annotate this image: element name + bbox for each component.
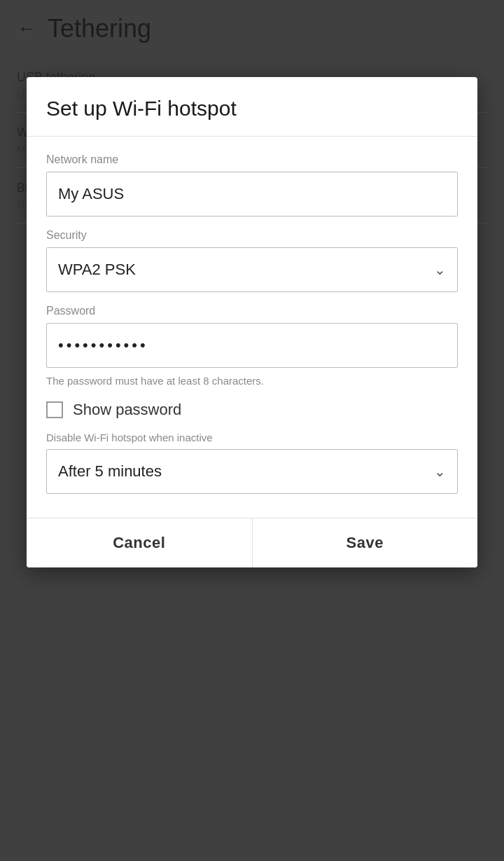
show-password-label: Show password	[73, 401, 181, 419]
security-value: WPA2 PSK	[58, 261, 136, 279]
network-name-input[interactable]	[46, 172, 458, 216]
security-field-group: Security WPA2 PSK ⌄	[46, 229, 458, 292]
security-select[interactable]: WPA2 PSK ⌄	[46, 247, 458, 292]
dialog-body: Network name Security WPA2 PSK ⌄ Passwor…	[27, 137, 477, 518]
show-password-row: Show password	[46, 401, 458, 419]
show-password-checkbox[interactable]	[46, 401, 63, 418]
password-field-group: Password The password must have at least…	[46, 305, 458, 388]
wifi-hotspot-dialog: Set up Wi-Fi hotspot Network name Securi…	[27, 77, 477, 567]
chevron-down-icon-2: ⌄	[434, 463, 446, 480]
network-name-label: Network name	[46, 153, 458, 166]
security-select-display[interactable]: WPA2 PSK ⌄	[47, 248, 457, 291]
cancel-button[interactable]: Cancel	[27, 518, 253, 567]
disable-inactive-value: After 5 minutes	[58, 462, 162, 481]
password-label: Password	[46, 305, 458, 317]
disable-inactive-select-display[interactable]: After 5 minutes ⌄	[47, 450, 457, 493]
dialog-title: Set up Wi-Fi hotspot	[27, 77, 477, 137]
dialog-actions: Cancel Save	[27, 518, 477, 567]
save-button[interactable]: Save	[253, 518, 478, 567]
password-hint: The password must have at least 8 charac…	[46, 373, 458, 388]
chevron-down-icon: ⌄	[434, 261, 446, 278]
disable-inactive-select[interactable]: After 5 minutes ⌄	[46, 449, 458, 494]
disable-inactive-field-group: Disable Wi-Fi hotspot when inactive Afte…	[46, 432, 458, 494]
network-name-field-group: Network name	[46, 153, 458, 216]
disable-inactive-label: Disable Wi-Fi hotspot when inactive	[46, 432, 458, 443]
security-label: Security	[46, 229, 458, 242]
password-input[interactable]	[46, 323, 458, 368]
